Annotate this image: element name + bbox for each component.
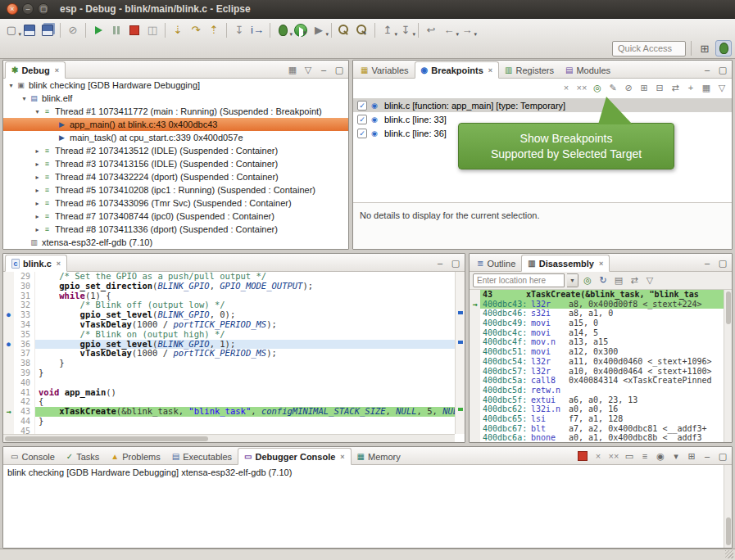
disassembly-gutter[interactable] (470, 309, 480, 318)
open-console[interactable]: ⊞ (685, 449, 698, 463)
save[interactable] (21, 22, 38, 38)
tab-modules[interactable]: ▤ Modules (560, 61, 616, 79)
disassembly-gutter[interactable] (470, 347, 480, 357)
code-line[interactable]: 38 } (3, 359, 455, 368)
resize-grip[interactable] (725, 550, 733, 558)
console-scrollbar[interactable] (724, 465, 732, 548)
goto-file-for-breakpoint[interactable]: ✎ (606, 81, 619, 94)
debug-tree-row[interactable]: ▾ ▣ blink checking [GDB Hardware Debuggi… (3, 79, 348, 92)
view-layout[interactable]: ▦ (286, 63, 299, 76)
debug-tree-row[interactable]: ▶ main_task() at cpu_start.c:339 0x400d0… (3, 131, 348, 144)
disassembly-row[interactable]: 400dbc5f: extui a6, a0, 23, 13 (470, 395, 724, 405)
last-edit-location[interactable]: ↩ (423, 22, 439, 38)
gutter-marker[interactable] (3, 310, 14, 320)
tab-console[interactable]: ▭ Console (5, 448, 61, 465)
debug-tree-row[interactable]: ▸ ≡ Thread #3 1073413156 (IDLE) (Suspend… (3, 157, 348, 170)
disassembly-row[interactable]: 400dbc5d: retw.n (470, 386, 724, 395)
debug-tree-row[interactable]: ▸ ≡ Thread #2 1073413512 (IDLE) (Suspend… (3, 144, 348, 157)
expand-all[interactable]: ⊞ (637, 81, 651, 94)
chevron-down-icon[interactable]: ▼ (567, 273, 578, 287)
tab-tasks[interactable]: ✓ Tasks (61, 448, 106, 465)
debug[interactable] (274, 22, 291, 38)
instruction-stepping[interactable]: i→ (249, 22, 265, 38)
tree-twisty-icon[interactable]: ▸ (33, 226, 42, 233)
breakpoint-row[interactable]: ✓ ◉ blink.c [function: app_main] [type: … (353, 98, 732, 112)
scrollbar-thumb[interactable] (726, 291, 731, 324)
disassembly-gutter[interactable] (470, 414, 480, 424)
disassembly-row[interactable]: 400dbc65: lsi f7, a1, 128 (470, 414, 724, 424)
disassembly-listing[interactable]: 43 xTaskCreate(&blink_task, "blink_tas →… (470, 290, 724, 442)
ruler-breakpoint-mark[interactable] (458, 311, 463, 314)
gutter-marker[interactable] (3, 282, 14, 291)
tab-close-icon[interactable]: × (599, 260, 603, 268)
step-into[interactable]: ⇣ (170, 22, 186, 38)
forward[interactable]: → (459, 22, 475, 38)
tab-variables[interactable]: ▦ Variables (355, 61, 415, 79)
terminate[interactable] (576, 449, 589, 463)
debug-tree-row[interactable]: ▸ ≡ Thread #6 1073433096 (Tmr Svc) (Susp… (3, 196, 348, 210)
disassembly-row[interactable]: 400dbc4c: movi a14, 5 (470, 328, 724, 338)
collapse-all[interactable]: ⊟ (653, 81, 666, 94)
code-line[interactable]: 39 } (3, 368, 455, 378)
run[interactable] (293, 22, 309, 38)
disassembly-scrollbar[interactable] (724, 290, 732, 442)
tab-close-icon[interactable]: × (55, 66, 59, 75)
tree-twisty-icon[interactable]: ▸ (33, 200, 42, 207)
code-editor[interactable]: 29 /* Set the GPIO as a push/pull output… (3, 272, 455, 434)
skip-all-breakpoints[interactable]: ⊘ (65, 22, 81, 38)
gutter-marker[interactable] (3, 417, 14, 427)
scroll-lock[interactable]: ≡ (638, 449, 651, 463)
skip-all-breakpoints[interactable]: ⊘ (622, 81, 635, 94)
disassembly-gutter[interactable] (470, 290, 480, 300)
tree-twisty-icon[interactable]: ▸ (33, 174, 42, 181)
ruler-breakpoint-mark[interactable] (458, 341, 463, 344)
tab-debugger-console[interactable]: ▭ Debugger Console × (238, 448, 352, 465)
tab-registers[interactable]: ▥ Registers (499, 61, 560, 79)
display-selected-console[interactable]: ▾ (669, 449, 683, 463)
tab-problems[interactable]: ▲ Problems (105, 448, 166, 465)
tab-close-icon[interactable]: × (488, 66, 492, 75)
disassembly-gutter[interactable] (470, 404, 480, 414)
tree-twisty-icon[interactable]: ▸ (33, 187, 42, 194)
debug-tree-row[interactable]: ▸ ≡ Thread #7 1073408744 (ipc0) (Suspend… (3, 210, 348, 223)
view-menu[interactable]: ▽ (302, 63, 315, 76)
gutter-marker[interactable] (3, 388, 14, 398)
suspend[interactable] (108, 22, 125, 38)
external-tools[interactable]: ▶ (311, 22, 327, 38)
disassembly-row[interactable]: 43 xTaskCreate(&blink_task, "blink_tas (470, 290, 724, 300)
debug-tree-row[interactable]: ▾ ≡ Thread #1 1073411772 (main : Running… (3, 105, 348, 118)
gutter-marker[interactable] (3, 368, 14, 378)
minimize[interactable]: – (701, 63, 714, 76)
add-breakpoint[interactable]: + (684, 81, 697, 94)
remove-all-breakpoints[interactable]: ×× (575, 81, 588, 94)
copy[interactable]: ▤ (612, 274, 625, 287)
breakpoint-checkbox[interactable]: ✓ (357, 101, 367, 111)
debug-tree-row[interactable]: ▶ app_main() at blink.c:43 0x400dbc43 (3, 118, 348, 131)
code-line[interactable]: 41 void app_main() (3, 388, 455, 398)
code-line[interactable]: 37 vTaskDelay(1000 / portTICK_PERIOD_MS)… (3, 349, 455, 359)
disassembly-row[interactable]: 400dbc54: l32r a11, 0x400d0460 <_stext+1… (470, 357, 724, 367)
refresh[interactable]: ↻ (597, 274, 610, 287)
disassembly-gutter[interactable] (470, 337, 480, 347)
maximize[interactable]: ▢ (333, 63, 346, 76)
link-with-debug-view[interactable]: ⇄ (669, 81, 682, 94)
tree-twisty-icon[interactable]: ▾ (33, 108, 42, 115)
clear-console[interactable]: ▭ (623, 449, 636, 463)
window-close[interactable]: × (7, 3, 18, 15)
disassembly-row[interactable]: 400dbc49: movi a15, 0 (470, 318, 724, 328)
remove-all-launches[interactable]: ×× (607, 449, 620, 463)
maximize[interactable]: ▢ (716, 256, 729, 269)
window-maximize[interactable]: ▢ (38, 3, 49, 15)
disassembly-gutter[interactable] (470, 395, 480, 405)
gutter-marker[interactable] (3, 330, 14, 340)
disassembly-row[interactable]: 400dbc57: l32r a10, 0x400d0464 <_stext+1… (470, 367, 724, 377)
overview-ruler[interactable] (455, 272, 465, 434)
scrollbar-thumb[interactable] (726, 517, 731, 545)
tree-twisty-icon[interactable]: ▾ (7, 82, 16, 89)
tab-executables[interactable]: ▤ Executables (166, 448, 238, 465)
disassembly-row[interactable]: 400dbc62: l32i.n a0, a0, 16 (470, 404, 724, 414)
search[interactable] (354, 22, 370, 38)
location-input[interactable]: Enter location here (473, 273, 565, 287)
disassembly-gutter[interactable] (470, 367, 480, 377)
console-output[interactable]: blink checking [GDB Hardware Debugging] … (3, 465, 724, 548)
